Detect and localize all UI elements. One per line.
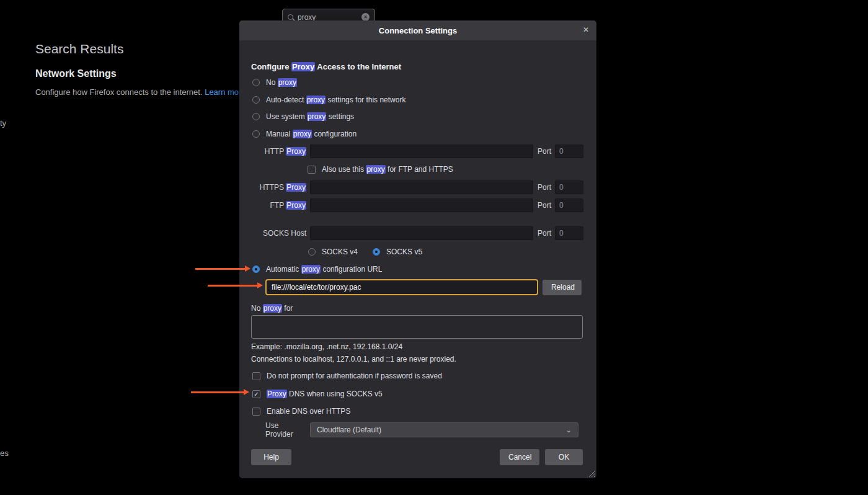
https-port-input[interactable] [555, 181, 583, 194]
socks-version-row: SOCKS v4 SOCKS v5 [308, 246, 583, 257]
ftp-proxy-row: FTP Proxy Port [251, 198, 583, 212]
radio-button[interactable] [252, 265, 260, 273]
port-label: Port [538, 147, 551, 156]
sidebar-fragment-top: ty [0, 118, 6, 128]
help-button[interactable]: Help [251, 449, 291, 465]
checkbox-proxy-dns[interactable]: ✓ Proxy DNS when using SOCKS v5 [252, 388, 583, 399]
radio-button[interactable] [252, 96, 260, 104]
search-results-title: Search Results [35, 42, 123, 56]
example-note: Example: .mozilla.org, .net.nz, 192.168.… [251, 341, 583, 352]
port-label: Port [538, 183, 551, 192]
radio-auto-detect-proxy[interactable]: Auto-detect proxy settings for this netw… [252, 94, 583, 105]
proxy-url-row: Reload [265, 279, 583, 295]
resize-grip[interactable] [588, 470, 595, 477]
radio-auto-detect-label: Auto-detect proxy settings for this netw… [266, 96, 405, 104]
annotation-arrow-auto-url [195, 268, 245, 270]
https-proxy-row: HTTPS Proxy Port [251, 181, 583, 194]
checkbox[interactable] [252, 408, 260, 416]
automatic-proxy-url-label: Automatic proxy configuration URL [266, 265, 382, 274]
radio-socks-v4[interactable] [308, 248, 316, 256]
reload-button[interactable]: Reload [542, 280, 582, 295]
learn-more-link[interactable]: Learn mor [205, 87, 241, 97]
localhost-note: Connections to localhost, 127.0.0.1, and… [251, 354, 583, 365]
provider-row: Use Provider Cloudflare (Default) ⌄ [265, 422, 578, 437]
port-label: Port [538, 229, 551, 238]
annotation-arrow-proxy-dns [191, 391, 244, 393]
radio-system-proxy-label: Use system proxy settings [266, 112, 354, 121]
ftp-proxy-label: FTP Proxy [251, 201, 306, 210]
radio-button[interactable] [252, 130, 260, 138]
http-proxy-label: HTTP Proxy [251, 147, 306, 156]
checkbox-checked[interactable]: ✓ [252, 390, 260, 398]
http-proxy-row: HTTP Proxy Port [251, 145, 583, 158]
radio-automatic-proxy-url[interactable]: Automatic proxy configuration URL [252, 264, 583, 275]
no-proxy-for-textarea[interactable] [251, 315, 583, 339]
radio-socks-v5[interactable] [373, 248, 380, 256]
radio-no-proxy[interactable]: No proxy [252, 77, 583, 88]
https-proxy-input[interactable] [310, 181, 533, 194]
network-settings-description-text: Configure how Firefox connects to the in… [35, 87, 205, 97]
proxy-url-input[interactable] [265, 279, 538, 295]
annotation-arrow-url-field [208, 285, 257, 287]
ftp-proxy-input[interactable] [310, 198, 533, 212]
chevron-down-icon: ⌄ [566, 426, 572, 434]
socks-host-input[interactable] [310, 226, 533, 240]
use-provider-label: Use Provider [265, 421, 305, 439]
cancel-button[interactable]: Cancel [500, 449, 539, 465]
radio-system-proxy[interactable]: Use system proxy settings [252, 111, 583, 122]
dialog-titlebar: Connection Settings ✕ [239, 20, 596, 40]
dialog-heading: Configure Proxy Access to the Internet [251, 61, 583, 72]
checkbox-also-use-proxy[interactable]: Also use this proxy for FTP and HTTPS [308, 164, 583, 175]
http-proxy-input[interactable] [310, 145, 533, 158]
proxy-dns-label: Proxy DNS when using SOCKS v5 [267, 390, 383, 398]
no-auth-prompt-label: Do not prompt for authentication if pass… [267, 372, 442, 380]
radio-no-proxy-label: No proxy [266, 78, 297, 87]
radio-manual-proxy[interactable]: Manual proxy configuration [252, 128, 583, 140]
sidebar-fragment-bottom: es [0, 448, 9, 458]
checkbox-no-auth-prompt[interactable]: Do not prompt for authentication if pass… [252, 370, 583, 381]
provider-value: Cloudflare (Default) [317, 426, 381, 434]
radio-button[interactable] [252, 79, 260, 86]
https-proxy-label: HTTPS Proxy [251, 183, 306, 192]
socks-port-input[interactable] [555, 226, 583, 240]
radio-manual-proxy-label: Manual proxy configuration [266, 130, 356, 138]
network-settings-description: Configure how Firefox connects to the in… [35, 87, 241, 97]
checkbox[interactable] [252, 372, 260, 380]
screen: proxy ✕ Search Results Network Settings … [0, 0, 868, 495]
network-settings-title: Network Settings [35, 68, 117, 79]
dialog-title: Connection Settings [379, 26, 457, 35]
socks-host-label: SOCKS Host [251, 229, 306, 238]
no-proxy-for-label: No proxy for [251, 303, 583, 314]
port-label: Port [538, 201, 551, 210]
socks-host-row: SOCKS Host Port [251, 226, 583, 240]
connection-settings-dialog: Connection Settings ✕ Configure Proxy Ac… [239, 20, 596, 478]
socks-v5-label: SOCKS v5 [386, 248, 422, 256]
checkbox[interactable] [308, 166, 316, 174]
dns-over-https-label: Enable DNS over HTTPS [267, 407, 350, 416]
also-use-proxy-label: Also use this proxy for FTP and HTTPS [322, 165, 453, 174]
radio-button[interactable] [252, 113, 260, 120]
ok-button[interactable]: OK [545, 449, 583, 465]
dialog-buttons: Help Cancel OK [251, 449, 583, 465]
search-icon [288, 14, 293, 20]
http-port-input[interactable] [555, 145, 583, 158]
provider-dropdown[interactable]: Cloudflare (Default) ⌄ [310, 422, 578, 437]
close-icon[interactable]: ✕ [583, 25, 589, 34]
ftp-port-input[interactable] [555, 198, 583, 212]
socks-v4-label: SOCKS v4 [322, 248, 358, 256]
checkbox-dns-over-https[interactable]: Enable DNS over HTTPS [252, 406, 583, 417]
